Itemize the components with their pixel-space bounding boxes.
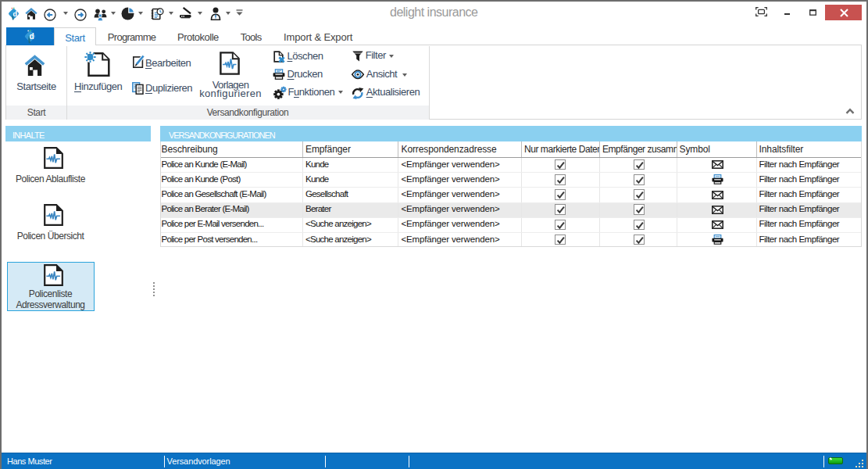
svg-text:d: d — [13, 9, 17, 18]
svg-text:d: d — [29, 31, 34, 40]
